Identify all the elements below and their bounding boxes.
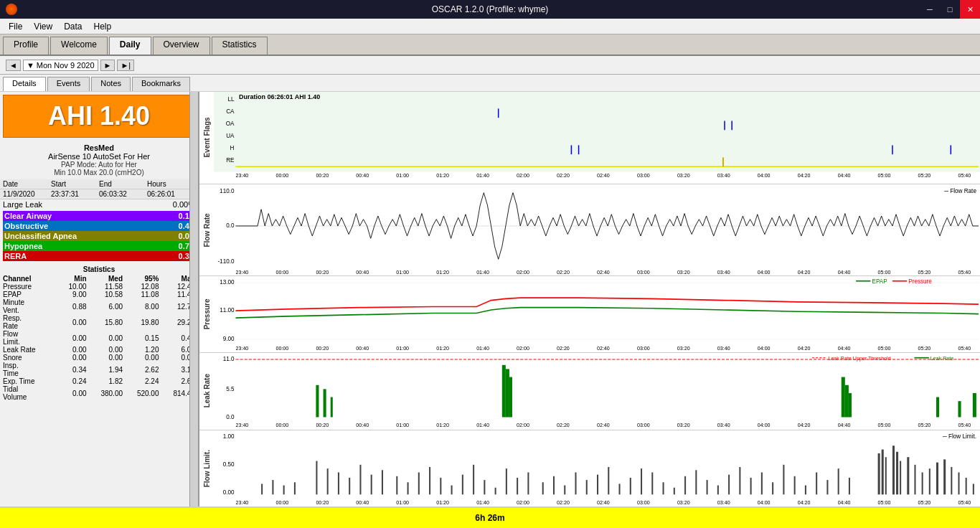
tab-overview[interactable]: Overview <box>153 37 210 55</box>
end-date-button[interactable]: ►| <box>117 60 134 71</box>
svg-text:03:40: 03:40 <box>717 172 730 179</box>
svg-text:00:40: 00:40 <box>356 268 369 275</box>
subtab-details[interactable]: Details <box>3 77 46 91</box>
maximize-button[interactable]: □ <box>940 0 960 19</box>
svg-text:00:00: 00:00 <box>275 268 288 275</box>
svg-text:05:40: 05:40 <box>958 172 971 179</box>
svg-text:00:20: 00:20 <box>316 172 329 179</box>
svg-rect-138 <box>294 482 296 494</box>
svg-rect-158 <box>527 472 529 494</box>
date-dropdown[interactable]: ▼ Mon Nov 9 2020 <box>23 60 98 71</box>
svg-text:02:40: 02:40 <box>597 422 610 428</box>
row-95: 0.00 <box>123 354 159 362</box>
svg-text:04:20: 04:20 <box>798 268 811 275</box>
val-date: 11/9/2020 <box>3 190 51 198</box>
duration-label: Duration 06:26:01 AHI 1.40 <box>239 93 320 100</box>
date-row: Date Start End Hours <box>0 179 198 189</box>
svg-text:03:00: 03:00 <box>637 345 650 352</box>
svg-text:04:40: 04:40 <box>838 345 851 352</box>
app-icon <box>6 4 17 15</box>
svg-text:05:40: 05:40 <box>958 268 971 275</box>
menu-help[interactable]: Help <box>88 20 118 33</box>
event-value: 0.16 <box>158 212 194 220</box>
tab-welcome[interactable]: Welcome <box>50 37 108 55</box>
chart-area-flow: 110.0 0.0 -110.0 ─ Flow Rate <box>214 184 980 276</box>
subtab-bookmarks[interactable]: Bookmarks <box>132 77 190 91</box>
svg-rect-185 <box>826 480 828 494</box>
row-min: 0.00 <box>57 330 86 346</box>
menu-data[interactable]: Data <box>58 20 88 33</box>
row-label: Pressure <box>3 283 57 291</box>
svg-text:0.0: 0.0 <box>226 221 234 229</box>
row-label: Snore <box>3 354 57 362</box>
svg-rect-144 <box>371 474 372 494</box>
next-date-button[interactable]: ► <box>100 60 116 71</box>
svg-text:05:20: 05:20 <box>918 422 931 428</box>
svg-text:03:40: 03:40 <box>717 499 730 506</box>
event-label: Clear Airway <box>4 212 158 220</box>
left-panel: AHI 1.40 ResMed AirSense 10 AutoSet For … <box>0 92 199 506</box>
svg-text:03:40: 03:40 <box>717 345 730 352</box>
svg-text:05:40: 05:40 <box>958 345 971 352</box>
titlebar: OSCAR 1.2.0 (Profile: whyme) ─ □ ✕ <box>0 0 980 19</box>
svg-rect-154 <box>484 480 485 494</box>
svg-text:01:00: 01:00 <box>396 172 409 179</box>
row-label: Resp.Rate <box>3 314 57 330</box>
svg-text:110.0: 110.0 <box>220 187 234 194</box>
row-med: 0.00 <box>87 346 123 354</box>
svg-text:9.00: 9.00 <box>223 334 235 341</box>
svg-text:01:20: 01:20 <box>436 499 449 506</box>
tab-statistics[interactable]: Statistics <box>212 37 268 55</box>
svg-text:04:20: 04:20 <box>798 345 811 352</box>
svg-rect-189 <box>882 449 884 494</box>
svg-rect-196 <box>922 472 923 494</box>
minimize-button[interactable]: ─ <box>920 0 940 19</box>
svg-text:00:20: 00:20 <box>316 345 329 352</box>
svg-text:23:40: 23:40 <box>236 345 249 352</box>
svg-text:02:20: 02:20 <box>557 345 570 352</box>
svg-rect-137 <box>283 485 285 494</box>
svg-text:00:00: 00:00 <box>275 345 288 352</box>
prev-date-button[interactable]: ◄ <box>6 60 21 71</box>
svg-rect-160 <box>553 476 555 494</box>
svg-text:04:00: 04:00 <box>758 345 771 352</box>
svg-text:OA: OA <box>226 120 235 127</box>
ahi-box: AHI 1.40 <box>3 95 195 138</box>
events-table: Clear Airway 0.16 Obstructive 0.47 Uncla… <box>3 211 195 261</box>
row-min: 0.24 <box>57 377 86 385</box>
svg-rect-171 <box>674 487 675 494</box>
svg-rect-168 <box>641 468 642 494</box>
subtab-events[interactable]: Events <box>47 77 90 91</box>
svg-rect-159 <box>542 482 544 494</box>
svg-rect-105 <box>936 397 939 418</box>
tab-profile[interactable]: Profile <box>3 37 49 55</box>
subtab-notes[interactable]: Notes <box>91 77 131 91</box>
svg-text:11.0: 11.0 <box>223 355 235 362</box>
close-button[interactable]: ✕ <box>960 0 980 19</box>
svg-text:04:00: 04:00 <box>758 172 771 179</box>
svg-rect-190 <box>885 457 887 494</box>
event-value: 0.00 <box>158 232 194 240</box>
row-95: 2.62 <box>123 362 159 377</box>
svg-text:01:20: 01:20 <box>436 268 449 275</box>
svg-rect-157 <box>517 478 518 494</box>
row-min: 9.00 <box>57 291 86 298</box>
left-scrollbar[interactable] <box>189 92 198 506</box>
svg-text:03:00: 03:00 <box>637 268 650 275</box>
row-label: Insp.Time <box>3 362 57 377</box>
svg-text:02:20: 02:20 <box>557 499 570 506</box>
svg-text:02:40: 02:40 <box>597 499 610 506</box>
svg-text:05:00: 05:00 <box>878 345 891 352</box>
event-clear-airway: Clear Airway 0.16 <box>3 211 195 221</box>
menu-view[interactable]: View <box>28 20 58 33</box>
svg-rect-150 <box>440 478 441 494</box>
device-model: AirSense 10 AutoSet For Her <box>3 152 195 161</box>
tab-daily[interactable]: Daily <box>109 37 151 55</box>
date-bar: ◄ ▼ Mon Nov 9 2020 ► ►| <box>0 56 980 75</box>
svg-rect-135 <box>261 484 263 494</box>
svg-rect-163 <box>586 480 588 494</box>
device-info: ResMed AirSense 10 AutoSet For Her PAP M… <box>0 141 198 179</box>
row-med: 0.00 <box>87 330 123 346</box>
svg-text:01:20: 01:20 <box>436 422 449 428</box>
menu-file[interactable]: File <box>3 20 28 33</box>
